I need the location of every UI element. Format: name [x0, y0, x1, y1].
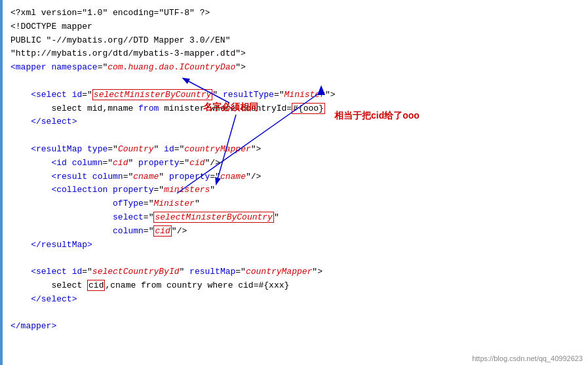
code-line-17: column="cid"/>	[10, 225, 578, 239]
code-line-13: <result column="cname" property="cname"/…	[10, 170, 578, 184]
code-line-21: select cid,cname from country where cid=…	[10, 279, 578, 293]
code-line-8: select mid,mname from minister where cou…	[10, 102, 578, 116]
watermark: https://blog.csdn.net/qq_40992623	[472, 355, 583, 362]
code-line-15: ofType="Minister"	[10, 197, 578, 211]
annotation-equivalent-to: 相当于把cid给了ooo	[334, 110, 420, 122]
code-line-16: select="selectMinisterByCountry"	[10, 211, 578, 225]
code-line-5: <mapper namespace="com.huang.dao.ICountr…	[10, 61, 578, 75]
code-line-9: </select>	[10, 115, 578, 129]
code-area: <?xml version="1.0" encoding="UTF-8" ?> …	[0, 0, 588, 340]
code-line-18: </resultMap>	[10, 239, 578, 252]
code-line-10	[10, 129, 578, 143]
code-line-23	[10, 307, 578, 320]
code-line-24: </mapper>	[10, 320, 578, 334]
code-line-2: <!DOCTYPE mapper	[10, 20, 578, 34]
code-line-22: </select>	[10, 293, 578, 307]
code-line-12: <id column="cid" property="cid"/>	[10, 157, 578, 170]
code-line-4: "http://mybatis.org/dtd/mybatis-3-mapper…	[10, 47, 578, 61]
code-line-3: PUBLIC "-//mybatis.org//DTD Mapper 3.0//…	[10, 34, 578, 48]
code-line-20: <select id="selectCountryById" resultMap…	[10, 265, 578, 279]
code-line-1: <?xml version="1.0" encoding="UTF-8" ?>	[10, 7, 578, 20]
code-line-6	[10, 75, 578, 88]
code-line-14: <collection property="ministers"	[10, 183, 578, 197]
code-line-19	[10, 252, 578, 265]
code-line-7: <select id="selectMinisterByCountry" res…	[10, 88, 578, 102]
annotation-name-must-match: 名字必须相同	[203, 102, 258, 113]
code-line-11: <resultMap type="Country" id="countryMap…	[10, 143, 578, 157]
